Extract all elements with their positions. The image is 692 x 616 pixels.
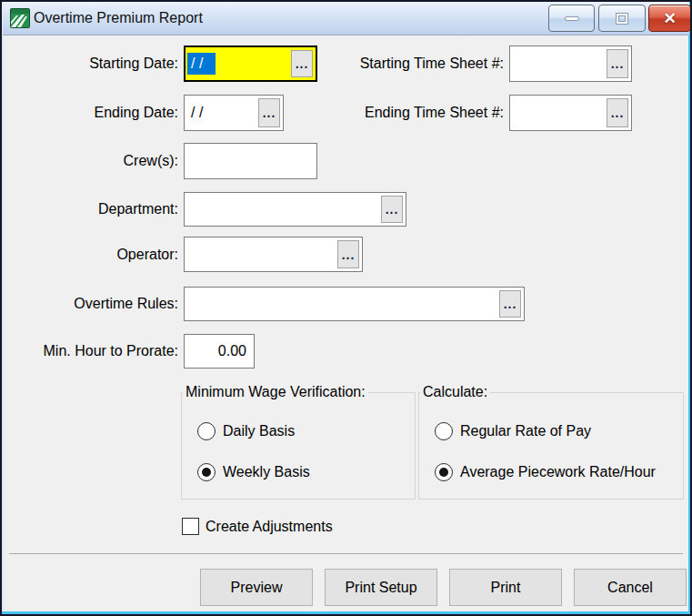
crews-input[interactable] <box>184 143 317 179</box>
starting-timesheet-label: Starting Time Sheet #: <box>327 45 504 82</box>
overtime-rules-picker-button[interactable]: ... <box>499 290 521 318</box>
daily-basis-radio[interactable] <box>197 422 216 440</box>
avg-piecework-label: Average Piecework Rate/Hour <box>460 464 656 480</box>
starting-date-picker-button[interactable]: ... <box>291 50 313 77</box>
avg-piecework-option[interactable]: Average Piecework Rate/Hour <box>435 463 656 481</box>
minimize-icon <box>565 16 579 21</box>
preview-button[interactable]: Preview <box>200 569 313 606</box>
close-icon: ✕ <box>663 11 676 26</box>
app-icon <box>10 8 30 28</box>
maximize-button[interactable] <box>598 5 646 32</box>
ending-date-picker-button[interactable]: ... <box>258 98 280 127</box>
department-picker-button[interactable]: ... <box>381 196 403 223</box>
min-hour-value: 0.00 <box>218 343 246 359</box>
maximize-icon <box>617 14 627 24</box>
minimum-wage-verification-legend: Minimum Wage Verification: <box>183 384 368 400</box>
starting-date-label: Starting Date: <box>2 45 178 82</box>
crews-label: Crew(s): <box>2 143 178 179</box>
ending-timesheet-picker-button[interactable]: ... <box>607 98 628 127</box>
department-label: Department: <box>2 192 178 227</box>
avg-piecework-radio[interactable] <box>435 463 453 481</box>
ending-date-value: / / <box>191 105 203 121</box>
weekly-basis-label: Weekly Basis <box>223 464 310 480</box>
min-hour-label: Min. Hour to Prorate: <box>2 334 178 369</box>
operator-label: Operator: <box>2 237 178 272</box>
department-input[interactable]: ... <box>184 192 406 227</box>
minimum-wage-verification-group: Minimum Wage Verification: Daily Basis W… <box>181 384 416 500</box>
print-button[interactable]: Print <box>449 569 562 606</box>
create-adjustments-option[interactable]: Create Adjustments <box>182 518 333 535</box>
overtime-rules-label: Overtime Rules: <box>2 287 178 321</box>
ending-date-input[interactable]: / / ... <box>184 95 284 131</box>
regular-rate-label: Regular Rate of Pay <box>460 423 591 439</box>
titlebar[interactable]: Overtime Premium Report ✕ <box>3 2 689 35</box>
regular-rate-option[interactable]: Regular Rate of Pay <box>435 422 591 440</box>
window-title: Overtime Premium Report <box>34 2 203 35</box>
operator-picker-button[interactable]: ... <box>337 240 359 268</box>
daily-basis-option[interactable]: Daily Basis <box>197 422 295 440</box>
ending-timesheet-label: Ending Time Sheet #: <box>327 95 504 131</box>
print-setup-button[interactable]: Print Setup <box>325 569 437 606</box>
overtime-rules-input[interactable]: ... <box>184 287 525 321</box>
operator-input[interactable]: ... <box>184 237 363 272</box>
starting-timesheet-input[interactable]: ... <box>509 45 632 82</box>
weekly-basis-radio[interactable] <box>197 463 216 481</box>
ending-timesheet-input[interactable]: ... <box>509 95 632 131</box>
create-adjustments-label: Create Adjustments <box>206 519 333 535</box>
minimize-button[interactable] <box>548 5 595 32</box>
create-adjustments-checkbox[interactable] <box>182 518 199 535</box>
close-button[interactable]: ✕ <box>648 5 691 32</box>
calculate-legend: Calculate: <box>420 384 490 400</box>
regular-rate-radio[interactable] <box>435 422 453 440</box>
ending-date-label: Ending Date: <box>2 95 178 131</box>
calculate-group: Calculate: Regular Rate of Pay Average P… <box>418 384 684 500</box>
daily-basis-label: Daily Basis <box>223 423 295 439</box>
footer-divider <box>9 553 683 554</box>
overtime-premium-report-dialog: Overtime Premium Report ✕ Starting Date:… <box>0 0 692 616</box>
starting-date-input[interactable]: / / ... <box>184 45 317 82</box>
min-hour-input[interactable]: 0.00 <box>184 334 255 369</box>
starting-date-selected-text: / / <box>187 53 216 75</box>
weekly-basis-option[interactable]: Weekly Basis <box>197 463 310 481</box>
cancel-button[interactable]: Cancel <box>574 569 687 606</box>
starting-timesheet-picker-button[interactable]: ... <box>607 49 628 78</box>
